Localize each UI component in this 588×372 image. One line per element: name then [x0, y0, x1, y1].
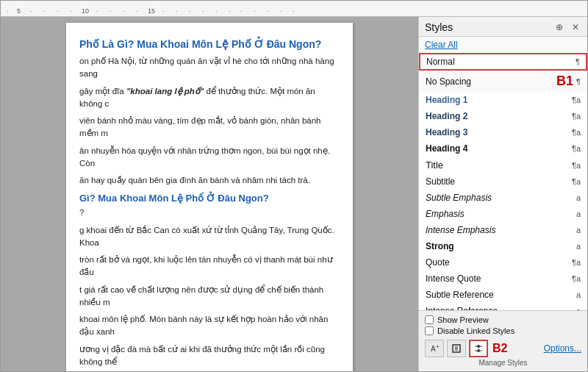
style-item-subtle-emphasis[interactable]: Subtle Emphasis a	[419, 190, 587, 206]
svg-text:+: +	[436, 343, 440, 350]
disable-linked-label: Disable Linked Styles	[437, 326, 514, 335]
pin-icon[interactable]: ⊕	[553, 21, 565, 33]
disable-linked-row: Disable Linked Styles	[425, 326, 581, 335]
style-item-heading3[interactable]: Heading 3 ¶a	[419, 124, 587, 140]
show-preview-checkbox[interactable]	[425, 315, 434, 324]
options-link[interactable]: Options...	[544, 343, 581, 354]
svg-point-10	[477, 345, 480, 348]
style-item-normal[interactable]: Normal ¶	[419, 53, 587, 71]
doc-para8: t giá rất cao về chất lượng nên được sử …	[79, 284, 340, 310]
svg-text:A: A	[431, 345, 436, 353]
style-item-subtle-reference[interactable]: Subtle Reference a	[419, 287, 587, 303]
style-item-title[interactable]: Title ¶a	[419, 157, 587, 174]
clear-all-button[interactable]: Clear All	[419, 37, 587, 53]
doc-para10: ương vị đặc đà mà bất cứ ai khi đã thưởn…	[79, 343, 340, 369]
document-page: Phố Là Gì? Mua Khoai Môn Lệ Phố Ở Đâu Ng…	[66, 23, 353, 371]
style-item-quote[interactable]: Quote ¶a	[419, 254, 587, 271]
style-item-heading4[interactable]: Heading 4 ¶a	[419, 140, 587, 157]
b1-label: B1	[556, 74, 573, 89]
style-item-intense-emphasis[interactable]: Intense Emphasis a	[419, 222, 587, 238]
footer-icon-group: A+ B2	[425, 340, 507, 357]
doc-main-title: Phố Là Gì? Mua Khoai Môn Lệ Phố Ở Đâu Ng…	[79, 37, 340, 51]
disable-linked-checkbox[interactable]	[425, 326, 434, 335]
doc-subtitle: Gì? Mua Khoai Môn Lệ Phố Ở Đâu Ngon?	[79, 193, 340, 204]
style-item-strong[interactable]: Strong a	[419, 238, 587, 254]
doc-para2: viên bánh nhỏ màu vàng, tím đẹp mắt, vỏ …	[79, 115, 340, 140]
style-inspector-button[interactable]	[447, 340, 466, 357]
styles-titlebar: Styles ⊕ ✕	[419, 17, 587, 37]
ruler-numbers: · 5 · · · · 10 · · · · 15 · · · · · · · …	[1, 1, 587, 16]
show-preview-label: Show Preview	[437, 315, 489, 324]
doc-para1: on phố Hà Nội, từ những quán ăn vặt vỉ h…	[79, 55, 340, 81]
doc-para6: g khoai đến từ Bắc Can có xuất xứ từ tỉn…	[79, 224, 340, 250]
styles-controls: ⊕ ✕	[553, 21, 581, 33]
style-item-heading2[interactable]: Heading 2 ¶a	[419, 108, 587, 124]
manage-styles-label: Manage Styles	[425, 359, 581, 367]
doc-para5: ?	[79, 207, 340, 219]
style-item-intense-reference[interactable]: Intense Reference a	[419, 303, 587, 310]
doc-para1b: gây một đĩa "khoai lang lệ phố" để thưởn…	[79, 85, 340, 111]
style-item-emphasis[interactable]: Emphasis a	[419, 206, 587, 222]
b2-label: B2	[492, 342, 507, 355]
manage-styles-button[interactable]	[469, 340, 488, 357]
doc-para3: ân nhuyễn hòa quyện với nhân trứng thơm …	[79, 145, 340, 171]
show-preview-row: Show Preview	[425, 315, 581, 324]
close-icon[interactable]: ✕	[570, 21, 581, 33]
style-item-subtitle[interactable]: Subtitle ¶a	[419, 174, 587, 190]
new-style-button[interactable]: A+	[425, 340, 444, 357]
document-area: Phố Là Gì? Mua Khoai Môn Lệ Phố Ở Đâu Ng…	[1, 17, 418, 371]
doc-para9: khoai môn lệ phố. Món bánh này là sự kết…	[79, 313, 340, 339]
doc-para7: tròn rất bở và ngọt, khi luộc lên tán nh…	[79, 254, 340, 279]
styles-panel-title: Styles	[425, 21, 453, 33]
ruler: · 5 · · · · 10 · · · · 15 · · · · · · · …	[1, 1, 587, 17]
footer-buttons: A+ B2 Options...	[425, 340, 581, 357]
style-item-no-spacing[interactable]: No Spacing B1 ¶	[419, 71, 587, 92]
doc-para4: ăn hay quầy quán bên gia đình ăn bánh và…	[79, 174, 340, 187]
svg-point-11	[477, 349, 480, 352]
style-item-heading1[interactable]: Heading 1 ¶a	[419, 92, 587, 108]
styles-footer: Show Preview Disable Linked Styles A+	[419, 310, 587, 371]
styles-panel: Styles ⊕ ✕ Clear All Normal ¶ No Spacing…	[418, 17, 587, 371]
style-item-intense-quote[interactable]: Intense Quote ¶a	[419, 271, 587, 287]
styles-list[interactable]: Normal ¶ No Spacing B1 ¶ Heading 1 ¶a He…	[419, 53, 587, 310]
